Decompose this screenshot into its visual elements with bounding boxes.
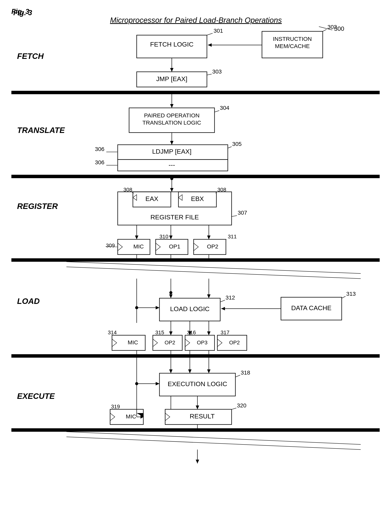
arrow-to-op1 — [169, 235, 173, 239]
divider-translate — [11, 175, 380, 178]
ref-301: 301 — [214, 28, 223, 34]
arrow-mem-to-fetch — [208, 43, 212, 47]
op2a-text: OP2 — [207, 243, 218, 250]
svg-line-49 — [66, 437, 361, 450]
arrow-to-paired — [170, 104, 173, 108]
ref-303: 303 — [212, 68, 222, 75]
stage-execute-label: EXECUTE — [17, 392, 55, 400]
ref-314: 314 — [108, 330, 117, 335]
svg-line-47 — [232, 408, 236, 409]
arrow-to-op2a — [207, 235, 210, 239]
divider-fetch — [11, 91, 380, 94]
divider-execute — [11, 428, 380, 432]
arrow-result-down — [196, 460, 199, 463]
op1-text: OP1 — [169, 243, 180, 250]
mic1-text: MIC — [133, 243, 144, 250]
ref-319: 319 — [111, 404, 120, 410]
instruction-mem-text1: INSTRUCTION — [273, 36, 312, 42]
ldjmp-text: LDJMP [EAX] — [152, 148, 191, 155]
stage-fetch-label: FETCH — [17, 52, 44, 61]
ref-315: 315 — [155, 330, 164, 335]
fig-label-svg: Fig. 3 — [13, 9, 32, 17]
paired-op-text2: TRANSLATION LOGIC — [142, 119, 201, 126]
arrow-exec-to-result — [196, 405, 199, 409]
arrow-to-regfile — [170, 188, 173, 192]
paired-op-text1: PAIRED OPERATION — [144, 112, 200, 118]
arrow-mic-to-load — [156, 306, 159, 309]
svg-line-9 — [228, 147, 232, 148]
ref-302: 302 — [327, 24, 337, 30]
svg-line-48 — [66, 432, 361, 444]
svg-line-2 — [323, 29, 327, 31]
diagram-svg: Microprocessor for Paired Load-Branch Op… — [0, 0, 392, 532]
ref-312: 312 — [225, 294, 235, 301]
stage-translate-label: TRANSLATE — [17, 126, 65, 135]
ref-310: 310 — [159, 234, 168, 240]
arrow-paired-to-ldjmp — [170, 141, 173, 145]
arrow-load-to-op2c — [207, 331, 210, 335]
fetch-logic-text1: FETCH LOGIC — [150, 41, 194, 48]
result-text: RESULT — [190, 413, 215, 420]
data-cache-text: DATA CACHE — [291, 304, 331, 311]
divider-register — [11, 258, 380, 262]
ref-313: 313 — [346, 291, 356, 297]
ref-320: 320 — [237, 402, 246, 409]
ref-316: 316 — [187, 330, 196, 335]
arrow-load-to-op2b — [169, 331, 173, 335]
register-file-text: REGISTER FILE — [150, 213, 199, 221]
svg-line-20 — [226, 240, 227, 240]
op2c-text: OP2 — [229, 340, 240, 345]
svg-line-32 — [342, 296, 345, 298]
dot-translate-branch — [170, 177, 173, 180]
svg-line-15 — [232, 216, 237, 217]
svg-line-22 — [66, 267, 361, 279]
arrow-op3-to-exec — [188, 369, 191, 373]
jmp-text: JMP [EAX] — [156, 75, 187, 82]
eax-text: EAX — [145, 195, 158, 202]
ref-307: 307 — [238, 209, 247, 216]
diagram-title: Microprocessor for Paired Load-Branch Op… — [110, 16, 282, 24]
ebx-text: EBX — [191, 195, 204, 202]
arrow-op2c-to-exec — [207, 369, 210, 373]
arrow-to-mic1 — [135, 235, 138, 239]
dashes-text: --- — [168, 161, 175, 169]
load-logic-text: LOAD LOGIC — [170, 305, 210, 312]
ref-304: 304 — [220, 105, 229, 111]
arrow-fetch-to-jmp — [170, 68, 173, 72]
svg-line-7 — [215, 111, 219, 112]
op3-text: OP3 — [197, 340, 207, 345]
arrow-cache-to-load — [221, 307, 225, 310]
ref-306b: 306 — [95, 159, 104, 165]
divider-load — [11, 354, 380, 358]
arrow-to-load-logic1 — [169, 294, 173, 298]
arrow-mic-to-exec — [156, 382, 159, 385]
stage-register-label: REGISTER — [17, 202, 58, 211]
ref-311: 311 — [228, 234, 237, 240]
mic2-text: MIC — [128, 339, 138, 345]
execution-logic-text: EXECUTION LOGIC — [168, 380, 227, 387]
op2b-text: OP2 — [165, 340, 175, 345]
ref-306a: 306 — [95, 146, 104, 152]
svg-line-5 — [207, 74, 212, 75]
instruction-mem-text2: MEM/CACHE — [275, 43, 310, 49]
arrow-op2b-to-exec — [169, 369, 173, 373]
mic3-text: MIC — [126, 413, 136, 419]
ref-309: 309 — [106, 243, 115, 248]
stage-load-label: LOAD — [17, 297, 40, 306]
svg-line-31 — [220, 300, 225, 302]
svg-line-42 — [235, 375, 240, 377]
arrow-to-load-logic2 — [207, 294, 210, 298]
ref-305: 305 — [232, 141, 242, 147]
ref-318: 318 — [241, 369, 250, 376]
page: Fig. 3 Microprocessor for Paired Load-Br… — [0, 0, 392, 532]
svg-line-21 — [66, 262, 361, 273]
svg-line-1 — [207, 33, 213, 35]
ref-317: 317 — [221, 330, 229, 335]
